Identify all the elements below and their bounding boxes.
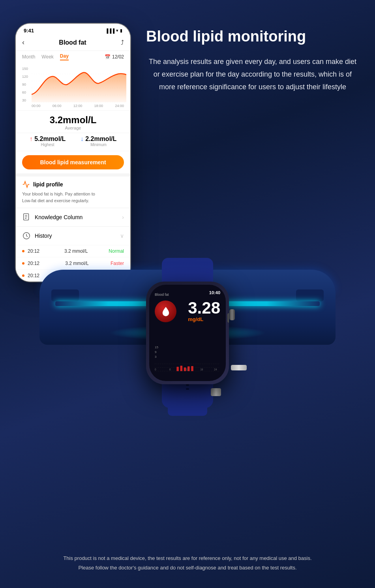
- y-label-60: 60: [22, 90, 28, 94]
- y-label-30: 30: [22, 98, 28, 102]
- back-button[interactable]: ‹: [22, 38, 24, 47]
- history-arrow-icon: ∨: [120, 233, 124, 239]
- x-18: 18:00: [94, 104, 103, 108]
- y-label-150: 150: [22, 67, 28, 71]
- x-00: 00:00: [32, 104, 41, 108]
- svg-point-10: [164, 310, 166, 313]
- watch-value-area: 3.28 mg/dL: [188, 300, 220, 322]
- history-dot-1: [22, 250, 24, 252]
- blood-drop-icon: [155, 301, 176, 322]
- header-title: Blood fat: [59, 39, 86, 46]
- y-label-90: 90: [22, 83, 28, 86]
- watch-time-display: 10:40: [209, 290, 220, 295]
- tab-bar: Month Week Day 📅 12/02: [16, 51, 130, 63]
- disclaimer-line1: This product is not a medical device, th…: [16, 554, 359, 563]
- chart-svg: [32, 67, 124, 102]
- right-text-section: Blood lipid monitoring The analysis resu…: [146, 24, 359, 94]
- history-value-1: 3.2 mmol/L: [43, 248, 109, 254]
- chart-area: 150 120 90 60 30: [16, 63, 130, 110]
- phone-time: 9:41: [24, 28, 34, 34]
- main-label: Average: [22, 126, 124, 130]
- wifi-icon: ▾: [116, 28, 118, 33]
- history-status-1: Normal: [109, 248, 124, 254]
- platform-notch-left: [51, 289, 79, 301]
- tab-day[interactable]: Day: [60, 53, 69, 60]
- watch-band-tail: [168, 406, 207, 416]
- highest-label: Highest: [30, 143, 66, 147]
- chart-x-labels: 00:00 06:00 12:00 18:00 24:00: [32, 102, 124, 108]
- watch-mini-chart: 15 9 3: [155, 346, 220, 373]
- page-title: Blood lipid monitoring: [146, 28, 359, 46]
- stats-row: ↑ 5.2mmol/L Highest ↓ 2.2mmol/L Minimum: [16, 133, 130, 151]
- calendar-icon: 📅: [105, 54, 111, 60]
- arrow-down-icon: ↓: [81, 135, 84, 142]
- arrow-up-icon: ↑: [30, 135, 33, 142]
- knowledge-label: Knowledge Column: [35, 214, 122, 220]
- svg-text:0: 0: [155, 368, 156, 371]
- highest-stat: ↑ 5.2mmol/L Highest: [30, 135, 66, 147]
- tab-month[interactable]: Month: [22, 54, 35, 60]
- watch-body: Blood fat 10:40 3.28 mg/dL: [146, 282, 229, 384]
- highest-value: ↑ 5.2mmol/L: [30, 135, 66, 143]
- phone-header: ‹ Blood fat ⤴: [16, 36, 130, 51]
- x-24: 24:00: [115, 104, 124, 108]
- svg-rect-15: [180, 366, 183, 371]
- watch-section: Blood fat 10:40 3.28 mg/dL: [16, 258, 359, 408]
- watch-buckle: [211, 388, 221, 396]
- stats-main: 3.2mmol/L Average: [16, 110, 130, 133]
- platform-notch-right: [296, 289, 324, 301]
- watch-screen: Blood fat 10:40 3.28 mg/dL: [149, 285, 226, 381]
- knowledge-arrow-icon: ›: [122, 214, 124, 220]
- knowledge-icon: [22, 213, 31, 222]
- svg-text:6: 6: [169, 368, 171, 371]
- signal-icon: ▐▐▐: [105, 28, 114, 33]
- svg-text:24: 24: [214, 368, 217, 371]
- minimum-stat: ↓ 2.2mmol/L Minimum: [81, 135, 117, 147]
- disclaimer-section: This product is not a medical device, th…: [0, 546, 375, 580]
- minimum-value: ↓ 2.2mmol/L: [81, 135, 117, 143]
- lipid-desc: Your blood fat is high. Pay attention to…: [22, 191, 124, 204]
- main-content: 9:41 ▐▐▐ ▾ ▮ ‹ Blood fat ⤴ Month Week Da…: [0, 0, 375, 487]
- tab-date[interactable]: 📅 12/02: [105, 54, 124, 60]
- chart-y-labels: 150 120 90 60 30: [22, 67, 28, 102]
- history-label: History: [35, 233, 120, 239]
- phone-mockup: 9:41 ▐▐▐ ▾ ▮ ‹ Blood fat ⤴ Month Week Da…: [16, 24, 130, 282]
- x-12: 12:00: [73, 104, 82, 108]
- x-06: 06:00: [52, 104, 62, 108]
- phone-status-icons: ▐▐▐ ▾ ▮: [105, 28, 122, 33]
- phone-status-bar: 9:41 ▐▐▐ ▾ ▮: [16, 24, 130, 36]
- y-label-120: 120: [22, 75, 28, 79]
- watch-container: Blood fat 10:40 3.28 mg/dL: [124, 258, 251, 408]
- date-value: 12/02: [112, 54, 124, 60]
- share-button[interactable]: ⤴: [121, 39, 124, 46]
- lipid-section: lipid profile Your blood fat is high. Pa…: [16, 173, 130, 208]
- history-icon: [22, 231, 31, 240]
- tab-week[interactable]: Week: [41, 54, 53, 60]
- minimum-label: Minimum: [81, 143, 117, 147]
- lipid-header: lipid profile: [22, 180, 124, 188]
- svg-text:18: 18: [200, 368, 203, 371]
- watch-side-crown: [229, 309, 235, 320]
- watch-big-value: 3.28: [188, 300, 220, 316]
- watch-crown: [227, 313, 229, 323]
- history-item-1: 20:12 3.2 mmol/L Normal: [16, 245, 130, 257]
- battery-icon: ▮: [120, 28, 122, 33]
- knowledge-column-row[interactable]: Knowledge Column ›: [16, 208, 130, 226]
- watch-blood-fat-label: Blood fat: [155, 293, 169, 297]
- measure-button[interactable]: Blood lipid measurement: [22, 155, 124, 169]
- svg-text:12: 12: [186, 368, 189, 371]
- history-time-1: 20:12: [28, 248, 43, 254]
- page-description: The analysis results are given every day…: [146, 55, 359, 94]
- lipid-chart-icon: [22, 180, 30, 188]
- main-value: 3.2mmol/L: [22, 115, 124, 126]
- svg-rect-14: [176, 367, 179, 371]
- lipid-title: lipid profile: [33, 181, 63, 188]
- disclaimer-line2: Please follow the doctor's guidance and …: [16, 563, 359, 572]
- svg-rect-18: [191, 366, 193, 371]
- history-row[interactable]: History ∨: [16, 226, 130, 245]
- watch-connector: [231, 365, 247, 370]
- watch-unit: mg/dL: [188, 316, 220, 322]
- measure-btn-area: Blood lipid measurement: [16, 151, 130, 173]
- top-section: 9:41 ▐▐▐ ▾ ▮ ‹ Blood fat ⤴ Month Week Da…: [16, 24, 359, 282]
